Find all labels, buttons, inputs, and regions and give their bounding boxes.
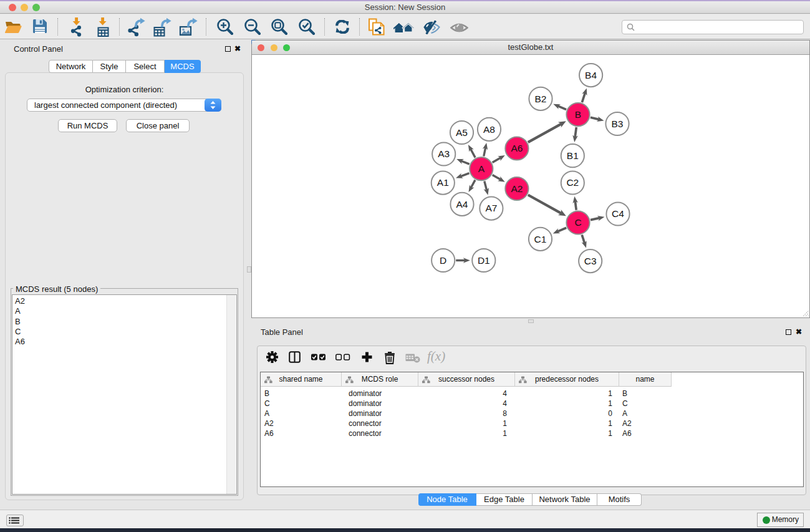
svg-text:C: C (574, 217, 581, 228)
svg-text:A3: A3 (438, 148, 450, 159)
svg-text:D: D (440, 255, 446, 266)
svg-text:A1: A1 (437, 177, 449, 188)
svg-text:A8: A8 (483, 124, 495, 135)
svg-text:C2: C2 (566, 177, 579, 188)
svg-text:B: B (575, 109, 581, 120)
svg-text:B4: B4 (585, 70, 597, 80)
svg-text:A4: A4 (456, 199, 468, 210)
svg-text:C3: C3 (584, 256, 597, 266)
svg-text:A2: A2 (511, 183, 523, 194)
svg-text:C1: C1 (534, 234, 547, 244)
svg-text:D1: D1 (478, 255, 490, 266)
svg-text:B3: B3 (612, 118, 624, 129)
svg-text:B2: B2 (535, 94, 547, 104)
svg-text:A7: A7 (485, 203, 497, 213)
svg-text:C4: C4 (612, 208, 624, 219)
svg-text:B1: B1 (567, 150, 579, 161)
svg-text:A6: A6 (511, 143, 523, 153)
svg-text:A5: A5 (456, 127, 468, 138)
svg-text:A: A (478, 163, 485, 174)
